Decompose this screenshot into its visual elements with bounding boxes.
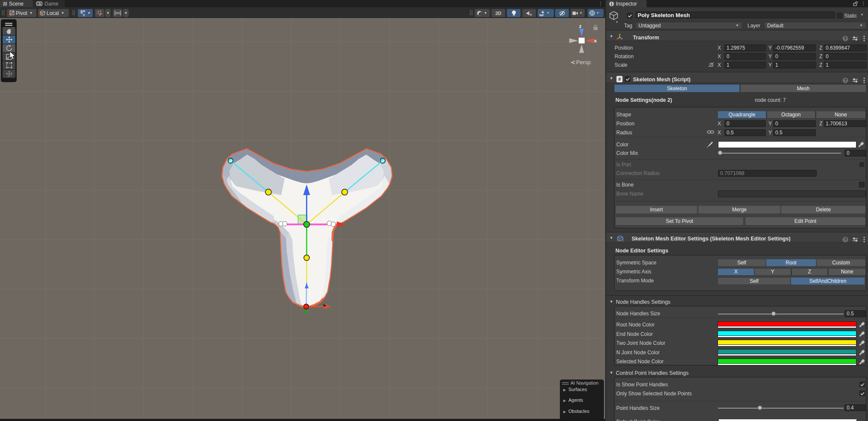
svg-text:#: # xyxy=(618,77,621,82)
svg-text:}: } xyxy=(622,238,624,242)
svg-text:Y: Y xyxy=(83,13,85,17)
svg-text:{: { xyxy=(617,238,619,242)
svg-text:?: ? xyxy=(844,237,847,242)
svg-text:z: z xyxy=(579,24,582,29)
svg-text:?: ? xyxy=(844,36,847,41)
svg-text:x: x xyxy=(594,38,597,43)
svg-text:?: ? xyxy=(844,78,847,83)
svg-text:Persp: Persp xyxy=(576,59,591,65)
